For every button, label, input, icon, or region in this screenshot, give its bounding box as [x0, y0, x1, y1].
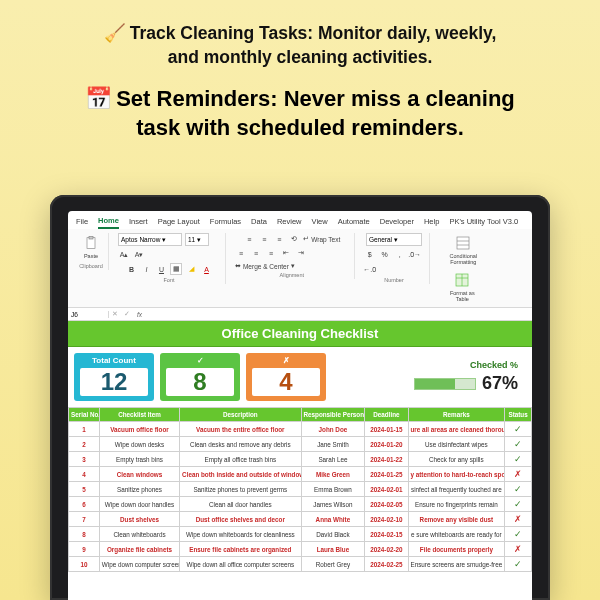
worksheet[interactable]: Office Cleaning Checklist Total Count 12…	[68, 321, 532, 600]
menu-automate[interactable]: Automate	[338, 215, 370, 228]
wrap-text-button[interactable]: ↵Wrap Text	[303, 235, 340, 243]
col-deadline[interactable]: Deadline	[365, 408, 408, 422]
checkmark-icon: ✓	[160, 356, 240, 365]
formula-bar: J6 ✕ ✓ fx	[68, 308, 532, 321]
align-center-icon[interactable]: ≡	[250, 247, 262, 259]
align-top-icon[interactable]: ≡	[243, 233, 255, 245]
table-row[interactable]: 8Clean whiteboardsWipe down whiteboards …	[69, 527, 532, 542]
menu-formulas[interactable]: Formulas	[210, 215, 241, 228]
col-serial[interactable]: Serial No.	[69, 408, 100, 422]
laptop-frame: File Home Insert Page Layout Formulas Da…	[50, 195, 550, 600]
clipboard-icon	[83, 235, 99, 251]
currency-button[interactable]: $	[364, 248, 376, 260]
table-row[interactable]: 2Wipe down desksClean desks and remove a…	[69, 437, 532, 452]
menu-pagelayout[interactable]: Page Layout	[158, 215, 200, 228]
col-resp[interactable]: Responsible Person	[301, 408, 365, 422]
italic-button[interactable]: I	[140, 263, 152, 275]
decrease-font-icon[interactable]: A▾	[133, 249, 145, 261]
table-row[interactable]: 4Clean windowsClean both inside and outs…	[69, 467, 532, 482]
font-color-button[interactable]: A	[200, 263, 212, 275]
col-status[interactable]: Status	[505, 408, 532, 422]
orientation-icon[interactable]: ⟲	[288, 233, 300, 245]
font-name-picker[interactable]: Aptos Narrow▾	[118, 233, 182, 246]
dec-decimal-button[interactable]: ←.0	[364, 263, 376, 275]
kpi-percent: Checked % 67%	[332, 353, 526, 401]
fill-color-button[interactable]: ◢	[185, 263, 197, 275]
menu-pkutil[interactable]: PK's Utility Tool V3.0	[449, 215, 518, 228]
menu-bar: File Home Insert Page Layout Formulas Da…	[68, 211, 532, 229]
sheet-title: Office Cleaning Checklist	[68, 321, 532, 347]
excel-window: File Home Insert Page Layout Formulas Da…	[68, 211, 532, 600]
menu-file[interactable]: File	[76, 215, 88, 228]
col-item[interactable]: Checklist Item	[99, 408, 179, 422]
fx-enter-icon[interactable]: ✓	[121, 310, 133, 318]
svg-rect-1	[89, 236, 93, 239]
table-row[interactable]: 7Dust shelvesDust office shelves and dec…	[69, 512, 532, 527]
fx-cancel-icon[interactable]: ✕	[109, 310, 121, 318]
col-desc[interactable]: Description	[180, 408, 301, 422]
indent-increase-icon[interactable]: ⇥	[295, 247, 307, 259]
ribbon-group-styles: Conditional Formatting Format as Table	[434, 233, 526, 305]
cross-icon: ✗	[246, 356, 326, 365]
fx-icon: fx	[133, 311, 146, 318]
table-row[interactable]: 10Wipe down computer screensWipe down al…	[69, 557, 532, 572]
inc-decimal-button[interactable]: .0→	[409, 248, 421, 260]
menu-insert[interactable]: Insert	[129, 215, 148, 228]
align-right-icon[interactable]: ≡	[265, 247, 277, 259]
menu-view[interactable]: View	[312, 215, 328, 228]
conditional-formatting-button[interactable]: Conditional Formatting	[439, 233, 487, 267]
ribbon-group-number: General▾ $ % , .0→ ←.0 Number	[359, 233, 431, 284]
ribbon-group-alignment: ≡ ≡ ≡ ⟲ ↵Wrap Text ≡ ≡ ≡ ⇤ ⇥ ⬌Merge & Ce…	[230, 233, 355, 279]
svg-rect-2	[457, 237, 469, 249]
broom-icon: 🧹	[104, 23, 126, 43]
kpi-checked: ✓ 8	[160, 353, 240, 401]
menu-developer[interactable]: Developer	[380, 215, 414, 228]
table-row[interactable]: 9Organize file cabinetsEnsure file cabin…	[69, 542, 532, 557]
paste-button[interactable]: Paste	[79, 233, 103, 261]
table-row[interactable]: 5Sanitize phonesSanitize phones to preve…	[69, 482, 532, 497]
promo-track-heading: 🧹Track Cleaning Tasks: Monitor daily, we…	[30, 22, 570, 69]
align-bottom-icon[interactable]: ≡	[273, 233, 285, 245]
percent-button[interactable]: %	[379, 248, 391, 260]
kpi-row: Total Count 12 ✓ 8 ✗ 4 Checked % 67%	[68, 347, 532, 407]
grid-icon	[455, 235, 471, 251]
underline-button[interactable]: U	[155, 263, 167, 275]
checklist-table[interactable]: Serial No. Checklist Item Description Re…	[68, 407, 532, 572]
align-middle-icon[interactable]: ≡	[258, 233, 270, 245]
col-remarks[interactable]: Remarks	[408, 408, 505, 422]
comma-button[interactable]: ,	[394, 248, 406, 260]
menu-home[interactable]: Home	[98, 214, 119, 229]
kpi-total: Total Count 12	[74, 353, 154, 401]
menu-help[interactable]: Help	[424, 215, 439, 228]
kpi-unchecked: ✗ 4	[246, 353, 326, 401]
menu-review[interactable]: Review	[277, 215, 302, 228]
number-format-picker[interactable]: General▾	[366, 233, 422, 246]
name-box[interactable]: J6	[68, 311, 109, 318]
merge-center-button[interactable]: ⬌Merge & Center▾	[235, 262, 295, 270]
menu-data[interactable]: Data	[251, 215, 267, 228]
indent-decrease-icon[interactable]: ⇤	[280, 247, 292, 259]
ribbon-group-font: Aptos Narrow▾ 11▾ A▴ A▾ B I U ▦ ◢ A Font	[113, 233, 226, 284]
borders-button[interactable]: ▦	[170, 263, 182, 275]
table-row[interactable]: 1Vacuum office floorVacuum the entire of…	[69, 422, 532, 437]
table-icon	[454, 272, 470, 288]
promo-reminder-heading: 📅Set Reminders: Never miss a cleaning ta…	[30, 85, 570, 142]
progress-bar	[414, 378, 476, 390]
font-size-picker[interactable]: 11▾	[185, 233, 209, 246]
table-row[interactable]: 3Empty trash binsEmpty all office trash …	[69, 452, 532, 467]
ribbon-group-clipboard: Paste Clipboard	[74, 233, 109, 270]
format-as-table-button[interactable]: Format as Table	[439, 270, 485, 304]
bold-button[interactable]: B	[125, 263, 137, 275]
increase-font-icon[interactable]: A▴	[118, 249, 130, 261]
calendar-icon: 📅	[85, 86, 112, 111]
ribbon: Paste Clipboard Aptos Narrow▾ 11▾ A▴ A▾ …	[68, 229, 532, 308]
table-row[interactable]: 6Wipe down door handlesClean all door ha…	[69, 497, 532, 512]
align-left-icon[interactable]: ≡	[235, 247, 247, 259]
